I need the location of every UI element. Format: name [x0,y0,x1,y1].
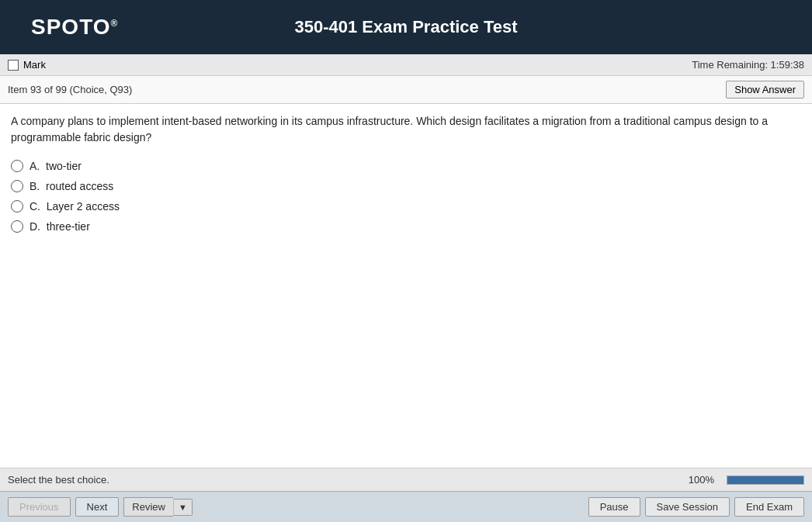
question-header: Item 93 of 99 (Choice, Q93) Show Answer [0,76,812,104]
save-session-button[interactable]: Save Session [645,497,730,517]
option-radio-a[interactable] [11,160,23,172]
progress-label: Select the best choice. [8,474,681,486]
time-remaining: Time Remaining: 1:59:38 [692,59,804,71]
option-label-d: D. three-tier [29,220,90,233]
option-item-c[interactable]: C. Layer 2 access [11,200,801,213]
mark-bar: Mark Time Remaining: 1:59:38 [0,54,812,76]
option-item-a[interactable]: A. two-tier [11,160,801,172]
logo-sup: ® [111,18,119,29]
progress-bar-area: Select the best choice. 100% [0,468,812,491]
bottom-nav: Previous Next Review ▼ Pause Save Sessio… [0,491,812,522]
question-body: A company plans to implement intent-base… [0,104,812,468]
review-dropdown-button[interactable]: ▼ [173,499,193,516]
option-item-b[interactable]: B. routed access [11,180,801,192]
option-radio-c[interactable] [11,200,23,213]
option-radio-d[interactable] [11,220,23,233]
question-text: A company plans to implement intent-base… [11,113,801,146]
end-exam-button[interactable]: End Exam [734,497,804,517]
progress-fill [727,476,803,484]
option-radio-b[interactable] [11,180,23,192]
question-info: Item 93 of 99 (Choice, Q93) [8,84,132,95]
previous-button[interactable]: Previous [8,497,71,517]
mark-label-wrap[interactable]: Mark [8,59,46,71]
mark-checkbox[interactable] [8,60,19,71]
content-area: Item 93 of 99 (Choice, Q93) Show Answer … [0,76,812,468]
option-label-b: B. routed access [29,180,113,192]
app-logo: SPOTO® [31,15,118,40]
pause-button[interactable]: Pause [588,497,640,517]
logo-text: SPOTO [31,15,111,39]
progress-percent: 100% [689,474,714,486]
progress-track [727,475,804,485]
review-button-wrap: Review ▼ [123,497,193,517]
next-button[interactable]: Next [75,497,120,517]
review-button[interactable]: Review [123,497,173,517]
exam-title: 350-401 Exam Practice Test [295,17,518,37]
app-header: SPOTO® 350-401 Exam Practice Test [0,0,812,54]
option-label-a: A. two-tier [29,160,82,172]
show-answer-button[interactable]: Show Answer [726,81,804,99]
options-list: A. two-tier B. routed access C. Layer 2 … [11,160,801,233]
option-item-d[interactable]: D. three-tier [11,220,801,233]
mark-text: Mark [23,59,46,71]
option-label-c: C. Layer 2 access [29,200,120,213]
